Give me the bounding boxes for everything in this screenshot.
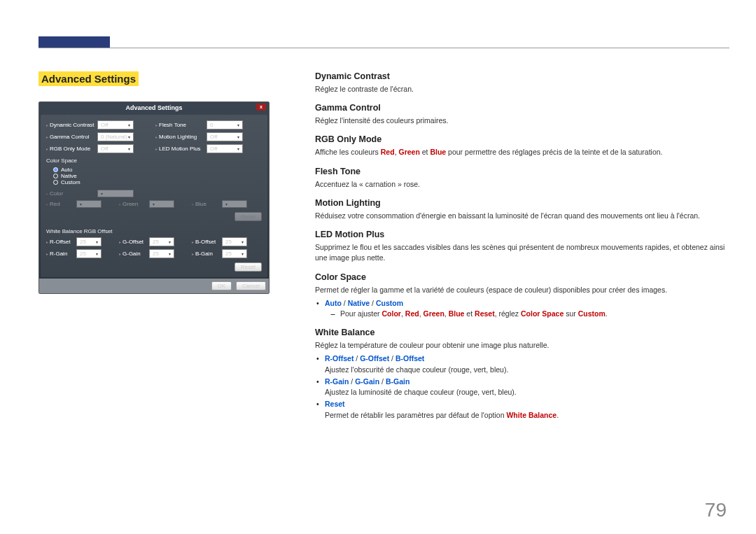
panel-title: Advanced Settings x [39,102,269,113]
gc-label: Gamma Control [46,134,95,140]
wb-bullet-3: ResetPermet de rétablir les paramètres p… [325,399,728,420]
cs-green-label: Green [119,201,147,207]
ft-select[interactable]: 0 [206,120,243,129]
cs-blue-label: Blue [192,201,220,207]
wb-bullet-2: R-Gain / G-Gain / B-GainAjustez la lumin… [325,377,728,398]
ft-label: Flesh Tone [155,122,204,128]
cs-bullet-1: Auto / Native / Custom Pour ajuster Colo… [325,298,728,319]
dc-label: Dynamic Contrast [46,122,95,128]
color-space-heading: Color Space [46,157,262,164]
g-gain-select[interactable]: 25 [149,249,174,258]
rgb-text: Affiche les couleurs Red, Green et Blue … [315,147,728,157]
section-title: Advanced Settings [38,71,139,86]
b-gain-label: B-Gain [192,251,220,257]
cs-color-select [97,190,134,197]
led-text: Supprimez le flou et les saccades visibl… [315,242,728,263]
ml-text: Réduisez votre consommation d'énergie en… [315,211,728,221]
led-select[interactable]: Off [206,144,243,153]
r-offset-label: R-Offset [46,239,74,245]
cs-heading: Color Space [315,272,728,282]
cs-custom-label: Custom [61,179,80,185]
dc-text: Réglez le contraste de l'écran. [315,84,728,94]
ok-button[interactable]: OK [211,281,232,290]
b-gain-select[interactable]: 25 [222,249,247,258]
ft-text: Accentuez la « carnation » rose. [315,179,728,190]
b-offset-label: B-Offset [192,239,220,245]
wb-text: Réglez la température de couleur pour ob… [315,340,728,351]
cs-text: Permet de régler la gamme et la variété … [315,285,728,295]
ml-label: Motion Lighting [155,134,204,140]
wb-reset-button[interactable]: Reset [234,262,262,272]
led-heading: LED Motion Plus [315,230,728,239]
r-gain-select[interactable]: 25 [76,249,102,258]
cs-color-label: Color [46,190,95,197]
cs-custom-radio[interactable]: Custom [53,179,262,185]
cs-red-select [76,200,102,208]
ml-heading: Motion Lighting [315,198,728,208]
rgb-select[interactable]: Off [97,144,134,153]
g-offset-select[interactable]: 25 [149,237,174,246]
header-accent [38,36,110,48]
g-gain-label: G-Gain [119,251,147,257]
cancel-button[interactable]: Cancel [236,281,266,290]
cs-sub-1: Pour ajuster Color, Red, Green, Blue et … [325,309,728,319]
g-offset-label: G-Offset [119,239,147,245]
gc-heading: Gamma Control [315,103,728,113]
ft-heading: Flesh Tone [315,167,728,176]
r-gain-label: R-Gain [46,251,74,257]
dc-select[interactable]: Off [97,120,134,129]
header-divider [38,48,729,48]
cs-auto-label: Auto [61,167,72,173]
rgb-heading: RGB Only Mode [315,134,728,144]
gc-select[interactable]: 0 (Natural) [97,132,134,141]
close-icon[interactable]: x [256,104,266,111]
cs-green-select [149,200,174,208]
cs-native-radio[interactable]: Native [53,173,262,179]
wb-bullet-1: R-Offset / G-Offset / B-OffsetAjustez l'… [325,353,728,374]
ml-select[interactable]: Off [206,132,243,141]
led-label: LED Motion Plus [155,146,204,152]
panel-title-text: Advanced Settings [125,104,182,111]
gc-text: Réglez l'intensité des couleurs primaire… [315,115,728,126]
settings-panel: Advanced Settings x Dynamic ContrastOff … [38,101,270,294]
wb-heading: White Balance RGB Offset [46,228,262,234]
cs-native-label: Native [61,173,77,179]
b-offset-select[interactable]: 25 [222,237,247,246]
wb-heading-r: White Balance [315,328,728,337]
cs-red-label: Red [46,201,74,207]
cs-auto-radio[interactable]: Auto [53,167,262,173]
r-offset-select[interactable]: 25 [76,237,102,246]
cs-reset-button: Reset [234,212,262,221]
cs-blue-select [222,200,247,208]
page-number: 79 [705,499,727,521]
rgb-label: RGB Only Mode [46,146,95,152]
dc-heading: Dynamic Contrast [315,71,728,81]
